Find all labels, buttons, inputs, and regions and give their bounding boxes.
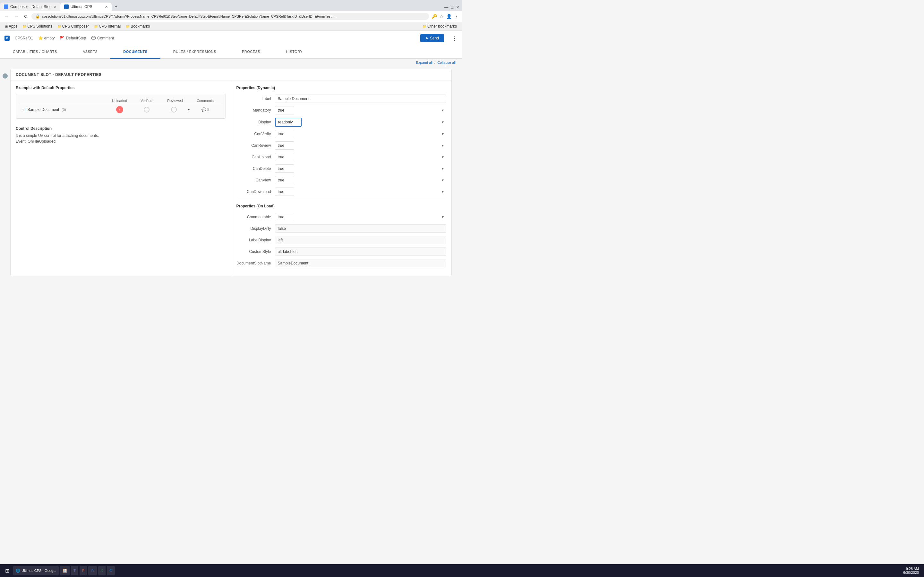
customstyle-value: ult-label-left bbox=[275, 247, 447, 256]
more-options-button[interactable]: ⋮ bbox=[452, 35, 457, 42]
tab-documents[interactable]: DOCUMENTS bbox=[110, 45, 160, 59]
new-tab-button[interactable]: + bbox=[111, 2, 121, 11]
expand-all-link[interactable]: Expand all bbox=[416, 61, 433, 64]
control-description-section: Control Description It is a simple U# co… bbox=[16, 126, 226, 143]
cps-internal-label: CPS Internal bbox=[99, 24, 121, 29]
canview-field-row: CanView true false bbox=[236, 176, 447, 184]
add-doc-icon[interactable]: + bbox=[22, 107, 24, 112]
cps-solutions-bookmark[interactable]: 📁 CPS Solutions bbox=[21, 23, 54, 29]
section-indicator-dot bbox=[3, 73, 8, 79]
address-bar[interactable]: 🔒 cpssolutions01.ultimuscps.com/UltimusC… bbox=[31, 13, 429, 20]
canreview-field-label: CanReview bbox=[236, 143, 275, 148]
bookmark-star-icon[interactable]: ☆ bbox=[439, 14, 444, 19]
candelete-select-wrapper: true false bbox=[275, 164, 447, 173]
comment-count: 0 bbox=[207, 108, 209, 111]
canverify-select-wrapper: true false bbox=[275, 130, 447, 138]
labeldisplay-field-label: LabelDisplay bbox=[236, 238, 275, 242]
doc-comments-cell: 💬 0 bbox=[191, 107, 220, 112]
onload-props-title: Properties (On Load) bbox=[236, 204, 447, 208]
bookmarks-bookmark[interactable]: 📁 Bookmarks bbox=[124, 23, 152, 29]
commentable-select-wrapper: true false bbox=[275, 213, 447, 221]
key-icon: 🔑 bbox=[431, 14, 437, 19]
canupload-select[interactable]: true false bbox=[275, 153, 294, 161]
tab-ultimus-label: Ultimus CPS bbox=[71, 5, 92, 9]
canview-select-wrapper: true false bbox=[275, 176, 447, 184]
label-field-label: Label bbox=[236, 97, 275, 101]
commentable-field-row: Commentable true false bbox=[236, 213, 447, 221]
doc-row-name-cell: + Sample Document (0) bbox=[22, 107, 105, 112]
reviewed-dropdown-icon[interactable]: ▾ bbox=[188, 108, 190, 111]
profile-icon[interactable]: 👤 bbox=[446, 14, 452, 19]
tab-history[interactable]: HISTORY bbox=[273, 45, 315, 59]
doc-table-header: Uploaded Verified Reviewed Comments bbox=[19, 97, 222, 104]
control-desc-title: Control Description bbox=[16, 126, 226, 131]
back-button[interactable]: ← bbox=[3, 13, 10, 19]
ref-id-item[interactable]: CPSRef01 bbox=[15, 36, 33, 40]
docslotname-value: SampleDocument bbox=[275, 259, 447, 268]
upload-icon[interactable]: ↑ bbox=[116, 106, 123, 113]
cps-composer-folder-icon: 📁 bbox=[57, 25, 61, 28]
send-button[interactable]: ➤ Send bbox=[420, 34, 444, 42]
tab-ultimus[interactable]: Ultimus CPS ✕ bbox=[60, 3, 111, 11]
display-select[interactable]: readonly editable hidden bbox=[275, 118, 302, 127]
tab-capabilities[interactable]: CAPABILITIES / CHARTS bbox=[0, 45, 70, 59]
bookmarks-label: Bookmarks bbox=[131, 24, 150, 29]
apps-bookmark[interactable]: ⊞ Apps bbox=[3, 23, 19, 29]
tab-rules[interactable]: RULES / EXPRESSIONS bbox=[160, 45, 229, 59]
tab-ultimus-close[interactable]: ✕ bbox=[105, 5, 108, 9]
section-title: DOCUMENT SLOT - DEFAULT PROPERTIES bbox=[16, 73, 102, 77]
separator: / bbox=[435, 61, 435, 64]
menu-icon[interactable]: ⋮ bbox=[454, 14, 459, 19]
expand-collapse-bar: Expand all / Collapse all bbox=[0, 59, 462, 66]
send-label: Send bbox=[430, 36, 439, 40]
event-label: Event: OnFileUploaded bbox=[16, 139, 226, 143]
canreview-select-wrapper: true false bbox=[275, 141, 447, 150]
ultimus-favicon bbox=[64, 5, 69, 9]
section-content: Example with Default Properties Uploaded… bbox=[11, 81, 451, 276]
commentable-select[interactable]: true false bbox=[275, 213, 294, 221]
comment-icon: 💬 bbox=[91, 36, 96, 40]
tab-composer[interactable]: Composer - DefaultStep ✕ bbox=[0, 3, 60, 11]
refresh-button[interactable]: ↻ bbox=[23, 13, 29, 19]
empty-label: empty bbox=[44, 36, 55, 40]
cps-solutions-label: CPS Solutions bbox=[27, 24, 52, 29]
canverify-select[interactable]: true false bbox=[275, 130, 294, 138]
step-item[interactable]: 🚩 DefaultStep bbox=[60, 36, 86, 40]
doc-reviewed-cell: ▾ bbox=[161, 107, 190, 113]
col-reviewed-header: Reviewed bbox=[161, 99, 190, 103]
cps-internal-bookmark[interactable]: 📁 CPS Internal bbox=[92, 23, 123, 29]
forward-button[interactable]: → bbox=[13, 13, 20, 19]
collapse-all-link[interactable]: Collapse all bbox=[437, 61, 456, 64]
label-input[interactable] bbox=[275, 95, 447, 103]
cps-composer-bookmark[interactable]: 📁 CPS Composer bbox=[55, 23, 91, 29]
empty-item[interactable]: ⭐ empty bbox=[38, 36, 55, 40]
cps-composer-label: CPS Composer bbox=[62, 24, 89, 29]
tab-bar: Composer - DefaultStep ✕ Ultimus CPS ✕ +… bbox=[0, 0, 462, 11]
canreview-select[interactable]: true false bbox=[275, 141, 294, 150]
mandatory-select[interactable]: true false bbox=[275, 106, 294, 114]
canview-select[interactable]: true false bbox=[275, 176, 294, 184]
col-verified-header: Verified bbox=[134, 99, 160, 103]
comment-bubble-icon[interactable]: 💬 bbox=[202, 107, 206, 112]
canupload-select-wrapper: true false bbox=[275, 153, 447, 161]
apps-grid-icon: ⊞ bbox=[5, 25, 8, 28]
toolbar-icons: 🔑 ☆ 👤 ⋮ bbox=[431, 14, 459, 19]
candelete-select[interactable]: true false bbox=[275, 164, 294, 173]
comment-item[interactable]: 💬 Comment bbox=[91, 36, 114, 40]
tab-composer-close[interactable]: ✕ bbox=[53, 5, 57, 9]
candownload-select[interactable]: true false bbox=[275, 187, 294, 196]
canverify-field-row: CanVerify true false bbox=[236, 130, 447, 138]
app-header: C CPSRef01 ⭐ empty 🚩 DefaultStep 💬 Comme… bbox=[0, 31, 462, 45]
comment-label: Comment bbox=[97, 36, 114, 40]
tab-assets[interactable]: ASSETS bbox=[70, 45, 110, 59]
tab-process[interactable]: PROCESS bbox=[229, 45, 273, 59]
mandatory-field-row: Mandatory true false bbox=[236, 106, 447, 114]
close-button[interactable]: ✕ bbox=[456, 5, 459, 10]
display-field-label: Display bbox=[236, 120, 275, 124]
commentable-field-label: Commentable bbox=[236, 215, 275, 219]
bookmarks-folder-icon: 📁 bbox=[126, 25, 129, 28]
maximize-button[interactable]: □ bbox=[451, 5, 453, 10]
candownload-field-label: CanDownload bbox=[236, 189, 275, 194]
minimize-button[interactable]: — bbox=[444, 5, 448, 10]
other-bookmarks-bookmark[interactable]: 📁 Other bookmarks bbox=[421, 23, 459, 29]
